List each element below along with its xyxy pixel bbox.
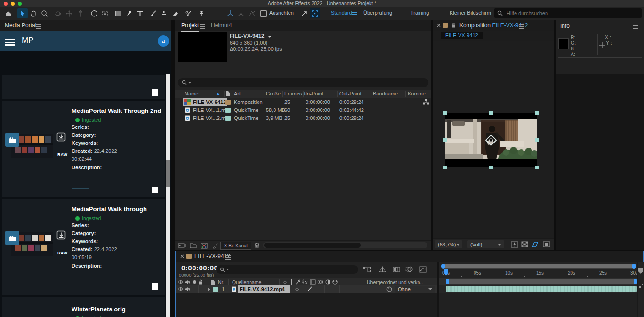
pen-tool-icon[interactable]: [124, 8, 134, 18]
handle-top-center[interactable]: [489, 111, 493, 115]
brush-tool-icon[interactable]: [148, 8, 158, 18]
handle-mid-right[interactable]: [535, 138, 539, 142]
label-color[interactable]: [225, 116, 231, 121]
workspace-tab-kleiner-bildschirm[interactable]: Kleiner Bildschirm: [450, 10, 491, 16]
color-settings-icon[interactable]: [212, 243, 218, 249]
col-inpoint[interactable]: In-Point: [306, 91, 323, 96]
workspace-tab-training[interactable]: Training: [411, 10, 429, 16]
handle-top-right[interactable]: [535, 111, 539, 115]
snapping-marquee-icon[interactable]: [310, 8, 320, 18]
timeline-search[interactable]: [216, 265, 358, 274]
text-tool-icon[interactable]: [135, 8, 145, 18]
project-search[interactable]: [178, 78, 428, 87]
handle-top-left[interactable]: [443, 111, 447, 115]
col-parent-link[interactable]: Übergeordnet und verkn..: [367, 279, 435, 285]
media-portal-tab[interactable]: Media Portal: [5, 22, 36, 29]
col-quellenname[interactable]: Quellenname: [232, 279, 261, 285]
timeline-label-color[interactable]: [186, 254, 192, 259]
graph-editor-icon[interactable]: [419, 266, 427, 273]
comp-marker-bin-icon[interactable]: [638, 268, 643, 274]
orbit-camera-tool-icon[interactable]: [53, 8, 63, 18]
col-outpoint[interactable]: Out-Point: [339, 91, 361, 96]
col-size[interactable]: Größe: [266, 91, 281, 96]
align-checkbox[interactable]: [260, 10, 267, 17]
layer-quality-icon[interactable]: [307, 286, 312, 292]
adjustment-layer-switch-icon[interactable]: [325, 279, 330, 285]
panel-menu-icon[interactable]: [36, 24, 41, 30]
dolly-camera-tool-icon[interactable]: [75, 8, 86, 18]
collapse-transformations-icon[interactable]: [289, 279, 294, 285]
anchor-point-icon[interactable]: [485, 134, 497, 146]
work-area-end-handle[interactable]: [634, 279, 637, 284]
help-search[interactable]: [494, 8, 642, 18]
time-ruler[interactable]: 00s 05s 10s 15s 20s 25s 30s: [439, 269, 643, 278]
clone-stamp-tool-icon[interactable]: [159, 8, 169, 18]
bit-depth-button[interactable]: 8-Bit-Kanal: [220, 242, 251, 250]
col-framerate[interactable]: Framerate: [284, 91, 308, 96]
motion-blur-switch-icon[interactable]: [317, 279, 323, 285]
layer-duration-bar[interactable]: [446, 286, 637, 292]
layer-audio-icon[interactable]: [185, 287, 190, 292]
workspace-tab-ueberpruefung[interactable]: Überprüfung: [363, 10, 392, 16]
3d-layer-switch-icon[interactable]: [332, 279, 338, 285]
project-table-header[interactable]: Name Art Größe Framerate In-Point Out-Po…: [175, 90, 431, 98]
media-card-partial[interactable]: [2, 75, 165, 99]
project-hscrollbar[interactable]: [263, 242, 427, 248]
region-of-interest-icon[interactable]: [531, 241, 539, 248]
motion-blur-icon[interactable]: [405, 266, 413, 272]
launch-arrow-icon[interactable]: [299, 8, 309, 18]
select-checkbox[interactable]: [152, 89, 158, 96]
local-axis-mode-icon[interactable]: [225, 8, 235, 18]
col-name[interactable]: Name: [185, 91, 198, 96]
comp-button-icon[interactable]: [638, 283, 644, 288]
effects-switch-icon[interactable]: [302, 279, 308, 285]
panel-menu-icon[interactable]: [225, 254, 231, 261]
card-download-icon[interactable]: [56, 132, 66, 142]
label-column-icon[interactable]: [210, 279, 215, 285]
workspace-tab-standard[interactable]: Standard: [331, 10, 352, 16]
resolution-dropdown[interactable]: (Voll): [467, 240, 504, 248]
panel-menu-icon[interactable]: [519, 24, 524, 30]
zoom-handle-right[interactable]: [632, 264, 636, 269]
project-hscrollbar-thumb[interactable]: [264, 243, 361, 248]
media-card[interactable]: MediaPortal Walk through Ingested Series…: [2, 199, 165, 295]
comp-mini-flowchart-icon[interactable]: [363, 266, 371, 273]
panel-menu-icon[interactable]: [633, 24, 638, 30]
lock-icon[interactable]: [199, 279, 203, 285]
comp-video-frame[interactable]: [445, 113, 537, 167]
media-card[interactable]: WinterPlanets orig Ingested: [2, 297, 165, 317]
mp-scrollbar[interactable]: [166, 74, 170, 317]
fast-preview-icon[interactable]: [511, 241, 518, 248]
close-tab-icon[interactable]: [180, 254, 184, 258]
table-row[interactable]: FILE-VX-9412 Komposition 25 0:00:00:00 0…: [175, 98, 431, 106]
timeline-zoom-scrollbar[interactable]: [441, 264, 636, 269]
frame-blending-icon[interactable]: [393, 266, 400, 273]
label-color[interactable]: [225, 108, 231, 113]
card-download-icon[interactable]: [56, 230, 66, 240]
timeline-tab[interactable]: FILE-VX-9412: [194, 253, 230, 260]
tab-projekt[interactable]: Projekt: [181, 22, 199, 32]
shy-switch-icon[interactable]: [282, 279, 288, 285]
select-checkbox[interactable]: [152, 283, 158, 290]
timeline-zoom-thumb[interactable]: [444, 264, 633, 268]
draft-3d-icon[interactable]: [378, 266, 386, 273]
new-folder-icon[interactable]: [190, 243, 197, 248]
info-panel-title[interactable]: Info: [560, 23, 570, 29]
current-timecode[interactable]: 0:00:00:00: [181, 264, 218, 272]
transparency-grid-icon[interactable]: [521, 241, 528, 247]
col-comment[interactable]: Komme: [408, 91, 426, 96]
audio-icon[interactable]: [185, 280, 190, 285]
layer-shy-icon[interactable]: [294, 286, 299, 292]
mask-visibility-icon[interactable]: [543, 241, 550, 247]
avatar[interactable]: a: [158, 35, 169, 47]
zoom-handle-left[interactable]: [441, 264, 445, 269]
hand-tool-icon[interactable]: [28, 8, 39, 18]
workspace-menu-icon[interactable]: [352, 11, 357, 17]
mp-scrollbar-thumb[interactable]: [166, 160, 170, 187]
panel-menu-icon[interactable]: [200, 24, 205, 30]
handle-bottom-right[interactable]: [535, 166, 539, 169]
comp-viewer[interactable]: [433, 41, 554, 239]
zoom-tool-icon[interactable]: [39, 8, 49, 18]
media-card[interactable]: MediaPortal Walk Through 2nd Ingested Se…: [2, 101, 165, 197]
frame-blend-switch-icon[interactable]: [310, 279, 316, 285]
